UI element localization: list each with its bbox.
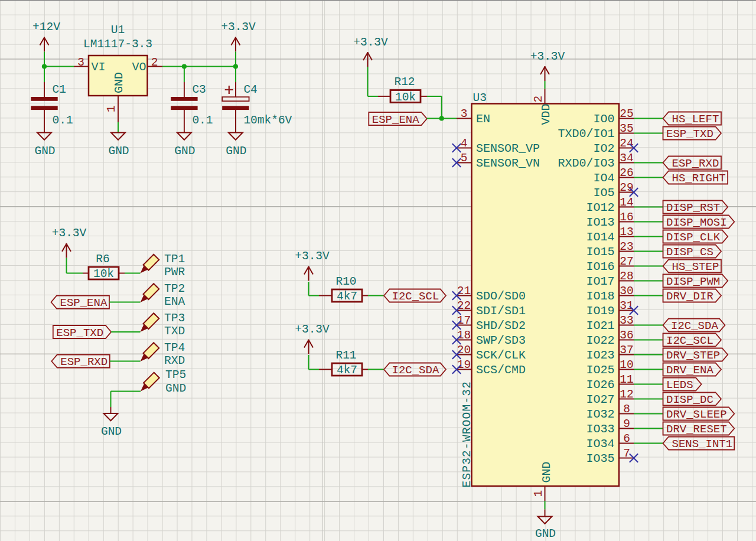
svg-text:R6: R6 <box>96 253 109 266</box>
svg-text:10k: 10k <box>93 268 114 281</box>
svg-text:29: 29 <box>620 181 633 194</box>
svg-text:0.1: 0.1 <box>192 114 213 127</box>
svg-text:GND: GND <box>165 382 186 395</box>
svg-text:IO17: IO17 <box>586 275 614 288</box>
svg-text:2: 2 <box>151 56 158 69</box>
svg-text:16: 16 <box>620 211 633 224</box>
svg-text:TP5: TP5 <box>165 369 186 382</box>
svg-text:IO27: IO27 <box>586 393 614 406</box>
svg-text:DRV_DIR: DRV_DIR <box>666 290 713 303</box>
svg-text:IO2: IO2 <box>593 142 614 155</box>
svg-text:+3.3V: +3.3V <box>52 227 87 240</box>
svg-text:ESP32-WROOM-32: ESP32-WROOM-32 <box>461 381 474 488</box>
svg-text:HS_STEP: HS_STEP <box>672 260 719 273</box>
svg-text:10mk*6V: 10mk*6V <box>243 114 292 127</box>
svg-text:IO18: IO18 <box>586 289 614 303</box>
svg-text:12: 12 <box>620 388 633 401</box>
svg-text:LM1117-3.3: LM1117-3.3 <box>83 38 152 51</box>
svg-text:22: 22 <box>457 299 471 312</box>
svg-text:GND: GND <box>112 72 126 93</box>
svg-text:26: 26 <box>620 167 633 180</box>
svg-text:U1: U1 <box>111 24 125 37</box>
svg-text:IO23: IO23 <box>586 348 614 362</box>
svg-text:DISP_RST: DISP_RST <box>666 201 720 214</box>
svg-text:SDO/SD0: SDO/SD0 <box>476 289 526 303</box>
svg-text:ESP_TXD: ESP_TXD <box>56 327 103 340</box>
svg-text:SCS/CMD: SCS/CMD <box>476 363 526 377</box>
svg-text:SENSOR_VN: SENSOR_VN <box>476 157 540 170</box>
svg-text:TXD0/IO1: TXD0/IO1 <box>558 127 614 141</box>
svg-text:IO4: IO4 <box>593 171 614 185</box>
svg-text:R11: R11 <box>335 349 356 362</box>
svg-text:+3.3V: +3.3V <box>530 50 565 63</box>
svg-text:SENS_INT1: SENS_INT1 <box>672 438 733 451</box>
svg-text:IO12: IO12 <box>586 201 614 214</box>
svg-text:7: 7 <box>623 447 630 460</box>
svg-text:PWR: PWR <box>164 266 185 279</box>
svg-text:DRV_SLEEP: DRV_SLEEP <box>666 408 727 421</box>
svg-text:DISP_CLK: DISP_CLK <box>666 231 721 244</box>
svg-text:33: 33 <box>620 314 633 327</box>
svg-text:27: 27 <box>620 255 633 268</box>
svg-text:ESP_RXD: ESP_RXD <box>672 157 719 170</box>
svg-text:IO34: IO34 <box>586 437 614 451</box>
svg-text:0.1: 0.1 <box>53 114 73 127</box>
svg-text:4k7: 4k7 <box>337 290 357 303</box>
svg-text:IO5: IO5 <box>593 186 614 200</box>
svg-text:SCK/CLK: SCK/CLK <box>476 348 526 362</box>
svg-text:C4: C4 <box>243 83 257 96</box>
svg-text:11: 11 <box>620 373 633 386</box>
svg-text:VDD: VDD <box>539 103 553 125</box>
svg-text:U3: U3 <box>473 92 487 105</box>
svg-text:I2C_SCL: I2C_SCL <box>392 290 439 303</box>
svg-text:HS_RIGHT: HS_RIGHT <box>672 172 726 185</box>
svg-text:GND: GND <box>174 145 195 158</box>
svg-text:+3.3V: +3.3V <box>221 21 256 34</box>
svg-text:21: 21 <box>457 285 471 298</box>
svg-text:IO26: IO26 <box>586 378 614 392</box>
svg-text:GND: GND <box>540 461 553 483</box>
svg-text:IO22: IO22 <box>586 334 614 347</box>
svg-text:6: 6 <box>623 432 630 445</box>
svg-text:DRV_ENA: DRV_ENA <box>666 364 713 377</box>
svg-text:3: 3 <box>461 107 468 120</box>
svg-text:35: 35 <box>620 122 633 135</box>
svg-text:10: 10 <box>620 359 633 371</box>
svg-text:23: 23 <box>620 240 633 253</box>
svg-text:IO35: IO35 <box>586 452 614 465</box>
svg-text:19: 19 <box>457 359 471 371</box>
svg-text:IO14: IO14 <box>586 230 614 244</box>
svg-text:HS_LEFT: HS_LEFT <box>672 113 719 126</box>
svg-text:4: 4 <box>461 137 468 150</box>
svg-text:C3: C3 <box>192 83 206 96</box>
svg-text:30: 30 <box>620 285 633 298</box>
svg-text:36: 36 <box>620 329 633 342</box>
svg-text:1: 1 <box>105 106 118 113</box>
svg-text:I2C_SDA: I2C_SDA <box>392 364 439 377</box>
svg-text:34: 34 <box>620 152 633 165</box>
svg-text:24: 24 <box>620 137 633 150</box>
svg-text:20: 20 <box>457 344 471 357</box>
svg-text:ESP_ENA: ESP_ENA <box>60 296 107 309</box>
svg-text:28: 28 <box>620 270 633 283</box>
svg-text:17: 17 <box>457 314 471 327</box>
svg-text:14: 14 <box>620 196 633 209</box>
svg-text:SDI/SD1: SDI/SD1 <box>476 304 526 318</box>
svg-text:9: 9 <box>623 418 630 431</box>
svg-text:I2C_SDA: I2C_SDA <box>671 320 718 333</box>
svg-text:3: 3 <box>77 56 84 69</box>
svg-text:DRV_STEP: DRV_STEP <box>666 349 720 362</box>
svg-text:+3.3V: +3.3V <box>353 36 388 49</box>
svg-text:GND: GND <box>535 527 556 540</box>
svg-text:10k: 10k <box>395 91 416 104</box>
svg-text:TXD: TXD <box>164 325 185 338</box>
svg-text:RXD: RXD <box>164 354 185 367</box>
svg-text:DRV_RESET: DRV_RESET <box>666 423 727 436</box>
svg-text:IO15: IO15 <box>586 245 614 259</box>
svg-text:ENA: ENA <box>164 295 185 308</box>
svg-text:4k7: 4k7 <box>337 364 357 377</box>
svg-text:EN: EN <box>476 112 490 126</box>
svg-text:5: 5 <box>461 152 468 165</box>
svg-text:GND: GND <box>226 145 246 158</box>
svg-text:R10: R10 <box>335 275 356 288</box>
